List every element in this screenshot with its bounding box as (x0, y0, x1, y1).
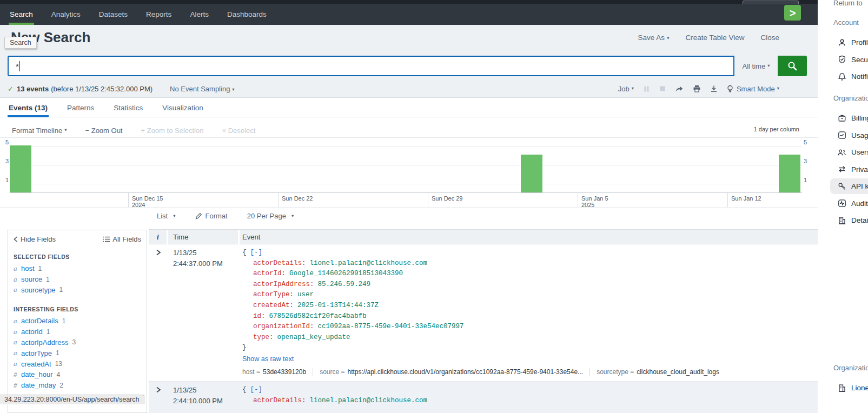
zoom-to-selection-button[interactable]: + Zoom to Selection (141, 126, 203, 135)
topbar-partial-element (743, 1, 799, 4)
panel-item-lionel-org[interactable]: Lionel (837, 379, 868, 397)
field-item-source[interactable]: asource1 (14, 274, 144, 285)
meta-source-value[interactable]: https://api.clickhouse.cloud/v1/organiza… (347, 368, 583, 376)
panel-item-users[interactable]: Users (837, 144, 868, 161)
create-table-view-button[interactable]: Create Table View (685, 34, 744, 42)
x-axis-label: Sun Dec 22 (282, 195, 313, 202)
pause-button[interactable] (643, 85, 650, 92)
caret-down-icon (777, 85, 779, 91)
return-to-link[interactable]: Return to (833, 0, 862, 7)
event-count: 13 events (17, 85, 49, 93)
panel-item-notifications[interactable]: Notifications (837, 68, 868, 85)
json-value[interactable]: cc1092aa-8775-459e-9401-33e54ec07997 (318, 323, 464, 330)
column-header-event: Event (242, 230, 260, 244)
building-icon (837, 383, 846, 392)
format-timeline-dropdown[interactable]: Format Timeline (12, 126, 67, 135)
field-item-sourcetype[interactable]: asourcetype1 (14, 285, 144, 296)
y-axis-label: 5 (804, 139, 811, 145)
deselect-button[interactable]: × Deselect (222, 126, 255, 135)
search-input[interactable]: * (8, 56, 734, 76)
cloud-settings-panel: Return to Account Profile Security Notif… (818, 0, 868, 413)
user-icon (837, 38, 846, 47)
field-item-host[interactable]: ahost1 (14, 263, 144, 274)
timeline-bar[interactable] (521, 155, 542, 192)
tab-events[interactable]: Events (13) (8, 98, 49, 117)
json-key: createdAt: (253, 302, 294, 309)
time-range-picker[interactable]: All time (734, 56, 778, 76)
hide-fields-button[interactable]: Hide Fields (14, 235, 56, 243)
panel-item-security[interactable]: Security (837, 51, 868, 69)
json-value[interactable]: lionel.palacin@clickhouse.com (310, 397, 428, 404)
field-item-date_hour[interactable]: #date_hour4 (14, 369, 144, 380)
field-item-date_mday[interactable]: #date_mday2 (14, 380, 144, 391)
interesting-fields-title: INTERESTING FIELDS (14, 306, 78, 312)
format-results-button[interactable]: Format (195, 212, 228, 220)
smart-mode-dropdown[interactable]: Smart Mode (727, 85, 779, 93)
job-menu-button[interactable]: Job (618, 85, 634, 93)
print-button[interactable] (693, 85, 701, 92)
json-collapse-toggle[interactable]: [-] (250, 249, 263, 256)
json-value[interactable]: lionel.palacin@clickhouse.com (310, 259, 428, 267)
nav-tab-search[interactable]: Search (10, 4, 33, 25)
y-axis-label: 5 (1, 139, 9, 145)
key-icon (837, 182, 846, 191)
json-value[interactable]: user (297, 291, 314, 298)
panel-item-audit[interactable]: Audit (837, 195, 868, 212)
panel-item-api-keys[interactable]: API keys (837, 178, 868, 195)
nav-tab-datasets[interactable]: Datasets (99, 4, 128, 25)
x-axis-tick (727, 193, 728, 207)
per-page-dropdown[interactable]: 20 Per Page (247, 212, 294, 220)
nav-tab-dashboards[interactable]: Dashboards (227, 4, 267, 25)
panel-item-billing[interactable]: Billing (837, 110, 868, 127)
zoom-out-button[interactable]: − Zoom Out (85, 126, 122, 135)
tab-patterns[interactable]: Patterns (66, 98, 95, 117)
timeline-bar[interactable] (10, 145, 31, 193)
check-icon (8, 85, 14, 93)
caret-down-icon (291, 213, 294, 218)
panel-item-usage[interactable]: Usage (837, 127, 868, 144)
column-header-time: Time (173, 230, 188, 244)
close-button[interactable]: Close (760, 34, 779, 42)
json-value[interactable]: 85.246.59.249 (318, 281, 371, 288)
field-item-actorId[interactable]: aactorId1 (14, 327, 144, 337)
nav-tab-alerts[interactable]: Alerts (190, 4, 209, 25)
field-item-actorIpAddress[interactable]: aactorIpAddress3 (14, 337, 144, 348)
gridline (10, 146, 802, 146)
panel-item-details[interactable]: Details (837, 212, 868, 229)
splunk-logo[interactable]: > (784, 5, 801, 21)
json-value[interactable]: openapi_key_update (277, 334, 350, 341)
field-item-createdAt[interactable]: acreatedAt13 (14, 358, 144, 369)
meta-host-value[interactable]: 53de4339120b (263, 368, 306, 376)
search-button[interactable] (778, 56, 807, 76)
timeline-bar[interactable] (779, 155, 800, 192)
expand-event-chevron[interactable] (156, 387, 161, 393)
event-sampling-dropdown[interactable]: No Event Sampling (170, 85, 235, 93)
selected-fields-title: SELECTED FIELDS (14, 254, 70, 260)
audit-pulse-icon (837, 199, 846, 208)
gridline (10, 184, 802, 184)
field-item-actorDetails[interactable]: aactorDetails1 (14, 316, 144, 327)
expand-event-chevron[interactable] (156, 249, 161, 256)
tab-statistics[interactable]: Statistics (112, 98, 144, 117)
show-raw-text-link[interactable]: Show as raw text (242, 354, 294, 364)
share-button[interactable] (675, 85, 684, 92)
panel-item-profile[interactable]: Profile (837, 34, 868, 51)
save-as-button[interactable]: Save As (638, 34, 670, 42)
json-value[interactable]: Google_114602629918513043390 (289, 270, 403, 277)
all-fields-button[interactable]: All Fields (103, 235, 141, 243)
list-view-dropdown[interactable]: List (157, 212, 176, 220)
json-value[interactable]: 678526d582c1f20fac4babfb (269, 312, 367, 320)
stop-button[interactable] (659, 85, 666, 92)
caret-down-icon (767, 63, 770, 68)
meta-sourcetype-value[interactable]: clickhouse_cloud_audit_logs (637, 368, 719, 376)
field-item-actorType[interactable]: aactorType1 (14, 348, 144, 358)
x-axis-tick (428, 193, 428, 207)
tab-visualization[interactable]: Visualization (161, 98, 204, 117)
json-collapse-toggle[interactable]: [-] (250, 386, 263, 394)
nav-tab-analytics[interactable]: Analytics (51, 4, 81, 25)
export-button[interactable] (710, 85, 718, 92)
panel-item-private-endpoints[interactable]: Private... (837, 161, 868, 178)
json-value[interactable]: 2025-01-13T14:44:37Z (297, 302, 379, 309)
nav-tab-reports[interactable]: Reports (146, 4, 171, 25)
magnifier-icon (787, 61, 798, 71)
